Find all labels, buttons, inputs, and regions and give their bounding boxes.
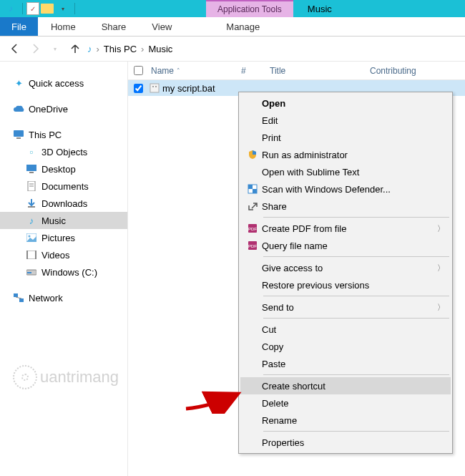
svg-rect-22 xyxy=(248,185,253,189)
ctx-give-access[interactable]: Give access to〉 xyxy=(240,259,451,276)
shield-icon xyxy=(243,146,262,163)
chevron-right-icon: 〉 xyxy=(437,302,445,313)
qat-dropdown-icon[interactable]: ▾ xyxy=(55,1,71,16)
breadcrumb-root[interactable]: This PC xyxy=(104,44,137,54)
ctx-restore[interactable]: Restore previous versions xyxy=(240,276,451,293)
ctx-query-file[interactable]: PDFQuery file name xyxy=(240,237,451,254)
ctx-edit[interactable]: Edit xyxy=(240,112,451,129)
onedrive-icon xyxy=(13,103,24,115)
breadcrumb[interactable]: ♪ › This PC › Music xyxy=(87,44,172,54)
download-icon xyxy=(26,198,37,209)
svg-rect-23 xyxy=(253,189,257,193)
drive-icon xyxy=(26,266,37,278)
pdf-icon: PDF xyxy=(243,220,262,237)
separator xyxy=(263,431,449,432)
nav-label: This PC xyxy=(29,130,62,140)
ctx-create-shortcut[interactable]: Create shortcut xyxy=(240,377,451,394)
back-button[interactable] xyxy=(7,41,23,57)
ribbon-tab-share[interactable]: Share xyxy=(89,17,140,36)
nav-quick-access[interactable]: ✦ Quick access xyxy=(0,74,127,92)
ctx-print[interactable]: Print xyxy=(240,129,451,146)
chevron-right-icon: 〉 xyxy=(437,223,445,234)
ctx-copy[interactable]: Copy xyxy=(240,338,451,355)
sort-caret-icon: ˄ xyxy=(177,67,180,74)
column-title[interactable]: Title xyxy=(270,66,370,76)
nav-this-pc[interactable]: This PC xyxy=(0,126,127,143)
ctx-open[interactable]: Open xyxy=(240,94,451,112)
ctx-sublime[interactable]: Open with Sublime Text xyxy=(240,163,451,180)
music-icon: ♪ xyxy=(87,44,92,54)
navigation-bar: ▾ ♪ › This PC › Music xyxy=(0,37,465,62)
svg-text:PDF: PDF xyxy=(248,227,257,231)
nav-label: Network xyxy=(29,293,63,303)
pdf-icon: PDF xyxy=(243,237,262,254)
pictures-icon xyxy=(26,232,37,243)
column-contributing[interactable]: Contributing xyxy=(370,66,465,76)
ctx-send-to[interactable]: Send to〉 xyxy=(240,298,451,316)
nav-documents[interactable]: Documents xyxy=(0,178,127,195)
cube-icon: ▫ xyxy=(26,146,37,157)
nav-label: 3D Objects xyxy=(41,147,87,157)
ctx-create-pdf[interactable]: PDFCreate PDF from file〉 xyxy=(240,220,451,237)
nav-videos[interactable]: Videos xyxy=(0,246,127,263)
chevron-right-icon[interactable]: › xyxy=(95,44,101,54)
window-title: Music xyxy=(293,0,346,17)
nav-label: Documents xyxy=(41,181,89,192)
file-checkbox[interactable] xyxy=(128,84,148,93)
videos-icon xyxy=(26,249,37,261)
share-icon xyxy=(243,198,262,215)
star-icon: ✦ xyxy=(13,77,24,89)
breadcrumb-folder[interactable]: Music xyxy=(148,44,172,54)
svg-rect-15 xyxy=(14,293,18,297)
new-folder-qat-icon[interactable] xyxy=(41,4,54,14)
ribbon-tab-home[interactable]: Home xyxy=(38,17,89,36)
nav-label: OneDrive xyxy=(29,104,68,115)
svg-rect-1 xyxy=(16,137,21,139)
context-menu: Open Edit Print Run as administrator Ope… xyxy=(238,92,453,454)
column-number[interactable]: # xyxy=(241,66,270,76)
nav-label: Videos xyxy=(41,250,70,261)
ribbon-file-tab[interactable]: File xyxy=(0,17,38,36)
svg-rect-14 xyxy=(27,272,31,273)
nav-downloads[interactable]: Downloads xyxy=(0,195,127,212)
nav-music[interactable]: ♪Music xyxy=(0,212,127,229)
chevron-right-icon: 〉 xyxy=(437,263,445,273)
column-name[interactable]: Name ˄ xyxy=(148,66,241,76)
svg-point-20 xyxy=(155,86,157,87)
nav-network[interactable]: Network xyxy=(0,289,127,306)
nav-label: Windows (C:) xyxy=(41,267,97,278)
ribbon-tab-view[interactable]: View xyxy=(139,17,185,36)
ctx-paste[interactable]: Paste xyxy=(240,355,451,372)
svg-point-19 xyxy=(152,86,154,87)
svg-text:PDF: PDF xyxy=(248,244,257,248)
nav-onedrive[interactable]: OneDrive xyxy=(0,100,127,117)
watermark: uantrimang xyxy=(13,365,119,389)
svg-rect-0 xyxy=(14,130,24,137)
nav-desktop[interactable]: Desktop xyxy=(0,160,127,178)
nav-label: Downloads xyxy=(41,198,87,209)
nav-windows-c[interactable]: Windows (C:) xyxy=(0,263,127,281)
recent-dropdown-icon[interactable]: ▾ xyxy=(47,41,63,57)
nav-label: Pictures xyxy=(41,233,75,243)
ctx-properties[interactable]: Properties xyxy=(240,434,451,451)
ctx-cut[interactable]: Cut xyxy=(240,321,451,338)
ribbon: File Home Share View Manage xyxy=(0,17,465,37)
desktop-icon xyxy=(26,163,37,175)
batch-file-icon xyxy=(148,83,161,93)
ctx-delete[interactable]: Delete xyxy=(240,394,451,412)
select-all-checkbox[interactable] xyxy=(128,66,148,75)
nav-pictures[interactable]: Pictures xyxy=(0,229,127,246)
ctx-rename[interactable]: Rename xyxy=(240,412,451,429)
forward-button[interactable] xyxy=(27,41,43,57)
ctx-run-admin[interactable]: Run as administrator xyxy=(240,146,451,163)
chevron-right-icon[interactable]: › xyxy=(140,44,145,54)
svg-point-9 xyxy=(29,235,31,238)
nav-3d-objects[interactable]: ▫3D Objects xyxy=(0,143,127,160)
nav-label: Desktop xyxy=(41,164,76,175)
properties-qat-icon[interactable]: ✓ xyxy=(26,2,39,15)
ribbon-tab-manage[interactable]: Manage xyxy=(213,17,273,36)
up-button[interactable] xyxy=(67,41,83,57)
ctx-share[interactable]: Share xyxy=(240,198,451,215)
ctx-defender[interactable]: Scan with Windows Defender... xyxy=(240,180,451,198)
music-library-icon[interactable]: ♪ xyxy=(3,1,19,16)
